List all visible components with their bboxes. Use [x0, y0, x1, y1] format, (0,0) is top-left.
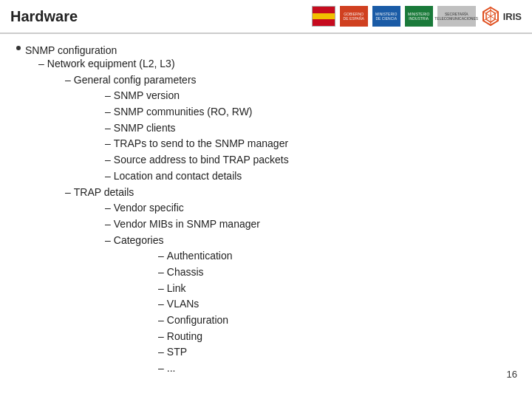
- trap-details-item: – TRAP details: [65, 185, 289, 201]
- snmp-version-item: – SNMP version: [105, 88, 289, 104]
- stp-item: – STP: [158, 344, 289, 361]
- network-equipment-label: Network equipment (L2, L3): [47, 56, 175, 72]
- authentication-label: Authentication: [167, 248, 233, 265]
- authentication-item: – Authentication: [158, 248, 289, 265]
- routing-item: – Routing: [158, 329, 289, 345]
- general-config-children: – SNMP version – SNMP communities (RO, R…: [65, 88, 289, 184]
- categories-label: Categories: [114, 233, 164, 249]
- level2-container: – General config parameters – SNMP versi…: [38, 72, 289, 377]
- logo-area: GOBIERNODE ESPAÑA MINISTERIODE CIENCIA M…: [312, 6, 522, 27]
- stp-label: STP: [167, 344, 187, 361]
- secretaria-logo: SECRETARÍATELECOMUNICACIONES: [437, 6, 476, 27]
- list-item-snmp: SNMP configuration – Network equipment (…: [15, 44, 517, 377]
- trap-details-label: TRAP details: [74, 185, 134, 201]
- vendor-specific-item: – Vendor specific: [105, 200, 289, 216]
- routing-label: Routing: [167, 329, 202, 345]
- spain-flag-logo: [312, 6, 335, 27]
- chassis-item: – Chassis: [158, 265, 289, 281]
- source-address-label: Source address to bind TRAP packets: [114, 152, 289, 168]
- source-address-item: – Source address to bind TRAP packets: [105, 152, 289, 168]
- traps-send-label: TRAPs to send to the SNMP manager: [114, 136, 288, 152]
- configuration-item: – Configuration: [158, 313, 289, 329]
- ellipsis-item: – ...: [158, 361, 289, 377]
- page-header: Hardware GOBIERNODE ESPAÑA MINISTERIODE …: [0, 0, 532, 34]
- general-config-item: – General config parameters: [65, 72, 289, 89]
- vendor-mibs-label: Vendor MIBs in SNMP manager: [114, 216, 260, 233]
- page-title: Hardware: [10, 8, 78, 25]
- bullet-icon: [16, 46, 21, 50]
- top-list: SNMP configuration – Network equipment (…: [15, 44, 517, 377]
- vlans-label: VLANs: [167, 296, 200, 313]
- snmp-label: SNMP configuration: [25, 44, 117, 56]
- configuration-label: Configuration: [167, 313, 228, 329]
- vendor-specific-label: Vendor specific: [114, 200, 184, 216]
- main-content: SNMP configuration – Network equipment (…: [0, 34, 532, 387]
- gobierno-logo: GOBIERNODE ESPAÑA: [340, 6, 368, 27]
- snmp-communities-item: – SNMP communities (RO, RW): [105, 104, 289, 120]
- categories-children: – Authentication – Chassis – Link: [105, 248, 289, 377]
- categories-item: – Categories: [105, 233, 289, 249]
- page-number: 16: [507, 369, 517, 380]
- iris-logo: IRIS: [480, 6, 522, 27]
- level1-container: – Network equipment (L2, L3) – General c…: [25, 56, 289, 377]
- vlans-item: – VLANs: [158, 296, 289, 313]
- snmp-communities-label: SNMP communities (RO, RW): [114, 104, 253, 120]
- ellipsis-label: ...: [167, 361, 176, 377]
- snmp-clients-label: SNMP clients: [114, 120, 176, 137]
- general-config-label: General config parameters: [74, 72, 197, 89]
- vendor-mibs-item: – Vendor MIBs in SNMP manager: [105, 216, 289, 233]
- location-contact-label: Location and contact details: [114, 168, 242, 185]
- snmp-version-label: SNMP version: [114, 88, 180, 104]
- iris-text-logo: IRIS: [503, 11, 522, 22]
- snmp-clients-item: – SNMP clients: [105, 120, 289, 137]
- trap-details-children: – Vendor specific – Vendor MIBs in SNMP …: [65, 200, 289, 377]
- network-equipment-item: – Network equipment (L2, L3): [38, 56, 289, 72]
- link-label: Link: [167, 281, 186, 297]
- location-contact-item: – Location and contact details: [105, 168, 289, 185]
- ministerio-industria-logo: MINISTERIOINDUSTRIA: [405, 6, 433, 27]
- link-item: – Link: [158, 281, 289, 297]
- chassis-label: Chassis: [167, 265, 204, 281]
- traps-send-item: – TRAPs to send to the SNMP manager: [105, 136, 289, 152]
- iris-icon: [480, 6, 501, 27]
- ministerio-ciencia-logo: MINISTERIODE CIENCIA: [372, 6, 400, 27]
